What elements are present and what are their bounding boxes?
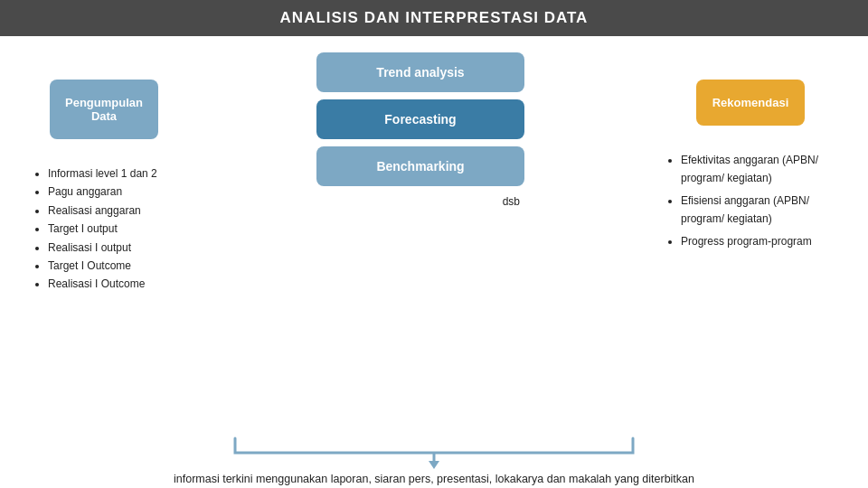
bracket-svg xyxy=(163,435,705,469)
bracket-area xyxy=(27,435,841,469)
list-item: Realisasi I Outcome xyxy=(48,275,176,293)
main-content: Pengumpulan Data Informasi level 1 dan 2… xyxy=(0,36,868,433)
page-header: ANALISIS DAN INTERPRESTASI DATA xyxy=(0,0,868,36)
list-item: Realisasi anggaran xyxy=(48,202,176,220)
left-column: Pengumpulan Data Informasi level 1 dan 2… xyxy=(27,52,181,294)
footer-text: informasi terkini menggunakan laporan, s… xyxy=(174,471,694,488)
bottom-section: informasi terkini menggunakan laporan, s… xyxy=(0,433,868,488)
list-item: Realisasi I output xyxy=(48,239,176,257)
list-item: Target I Outcome xyxy=(48,257,176,275)
list-item: Informasi level 1 dan 2 xyxy=(48,164,176,183)
page: ANALISIS DAN INTERPRESTASI DATA Pengumpu… xyxy=(0,0,868,488)
list-item: Pagu anggaran xyxy=(48,183,176,201)
list-item: Progress program-program xyxy=(681,232,836,250)
center-column: Trend analysis Forecasting Benchmarking … xyxy=(181,52,660,208)
right-bullets: Efektivitas anggaran (APBN/ program/ keg… xyxy=(665,151,836,254)
box-rekomendasi: Rekomendasi xyxy=(696,80,805,126)
list-item: Target I output xyxy=(48,220,176,238)
svg-marker-1 xyxy=(429,461,439,469)
header-title: ANALISIS DAN INTERPRESTASI DATA xyxy=(280,9,589,26)
box-trend-analysis: Trend analysis xyxy=(316,52,524,92)
box-pengumpulan: Pengumpulan Data xyxy=(50,80,158,139)
dsb-text: dsb xyxy=(316,195,524,208)
list-item: Efisiensi anggaran (APBN/ program/ kegia… xyxy=(681,192,836,229)
list-item: Efektivitas anggaran (APBN/ program/ keg… xyxy=(681,151,836,188)
box-forecasting: Forecasting xyxy=(316,99,524,139)
box-benchmarking: Benchmarking xyxy=(316,146,524,186)
left-bullets: Informasi level 1 dan 2 Pagu anggaran Re… xyxy=(32,164,176,294)
right-column: Rekomendasi Efektivitas anggaran (APBN/ … xyxy=(660,52,841,254)
